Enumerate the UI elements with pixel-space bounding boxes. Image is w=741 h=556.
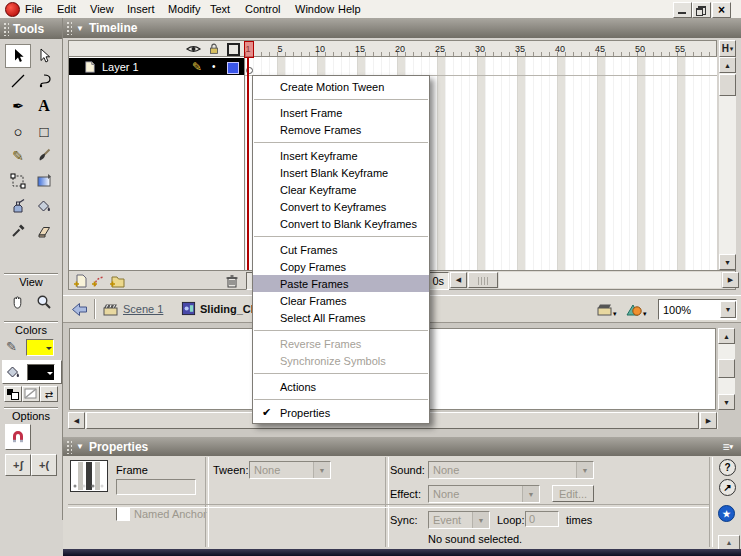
frame-view-menu-button[interactable]: H ▾: [719, 40, 736, 57]
no-color-button[interactable]: [22, 386, 40, 402]
scroll-up-button[interactable]: ▲: [718, 328, 735, 344]
menu-item-insert-keyframe[interactable]: Insert Keyframe: [253, 147, 429, 164]
menu-text[interactable]: Text: [210, 3, 230, 15]
free-transform-tool-button[interactable]: [5, 169, 31, 193]
zoom-dropdown-button[interactable]: ▼: [720, 301, 736, 318]
menu-control[interactable]: Control: [245, 3, 280, 15]
hscroll-thumb[interactable]: [468, 272, 498, 288]
menu-item-properties[interactable]: ✔ Properties: [253, 404, 429, 421]
menu-view[interactable]: View: [90, 3, 114, 15]
layer-visible-dot[interactable]: •: [212, 61, 216, 72]
accessibility-button[interactable]: ★: [718, 505, 735, 522]
menu-window[interactable]: Window: [295, 3, 334, 15]
layer-name[interactable]: Layer 1: [102, 61, 192, 73]
hscroll-right-button[interactable]: ▶: [700, 412, 717, 429]
brush-tool-button[interactable]: [31, 144, 57, 168]
menu-item-clear-keyframe[interactable]: Clear Keyframe: [253, 181, 429, 198]
hand-tool-button[interactable]: [5, 290, 31, 314]
frame-name-input[interactable]: [116, 479, 196, 495]
combo-arrow-icon[interactable]: ▼: [522, 486, 539, 502]
tools-panel-header[interactable]: Tools: [0, 18, 62, 39]
edit-sound-button[interactable]: Edit...: [552, 485, 594, 502]
menu-item-select-all-frames[interactable]: Select All Frames: [253, 309, 429, 326]
sync-select[interactable]: Event ▼: [428, 511, 490, 529]
combo-arrow-icon[interactable]: ▼: [472, 512, 489, 528]
menu-item-actions[interactable]: Actions: [253, 378, 429, 395]
close-button[interactable]: ×: [712, 2, 731, 18]
lasso-tool-button[interactable]: [31, 69, 57, 93]
line-tool-button[interactable]: [5, 69, 31, 93]
menu-item-insert-blank-keyframe[interactable]: Insert Blank Keyframe: [253, 164, 429, 181]
timeline-panel-header[interactable]: ▼ Timeline: [63, 18, 741, 38]
scroll-up-button[interactable]: ▲: [719, 57, 736, 73]
menu-item-convert-to-keyframes[interactable]: Convert to Keyframes: [253, 198, 429, 215]
menu-insert[interactable]: Insert: [127, 3, 155, 15]
menu-item-create-motion-tween[interactable]: Create Motion Tween: [253, 78, 429, 95]
swap-colors-button[interactable]: ⇄: [40, 386, 58, 402]
menu-item-cut-frames[interactable]: Cut Frames: [253, 241, 429, 258]
fill-transform-tool-button[interactable]: [31, 169, 57, 193]
eyedropper-tool-button[interactable]: [5, 219, 31, 243]
launch-panel-button[interactable]: ↗: [719, 479, 736, 496]
lock-layers-icon[interactable]: [207, 42, 221, 56]
paint-bucket-tool-button[interactable]: [31, 194, 57, 218]
timeline-ruler[interactable]: 1 5 10 15 20 25 30 35 40 45 50 55: [244, 40, 717, 57]
smooth-button[interactable]: +ʃ: [5, 454, 31, 476]
rectangle-tool-button[interactable]: □: [31, 119, 57, 143]
insert-layer-button[interactable]: [73, 273, 89, 289]
zoom-tool-button[interactable]: [31, 290, 57, 314]
fill-color-row[interactable]: [2, 360, 62, 384]
restore-button[interactable]: [692, 2, 711, 18]
add-motion-guide-button[interactable]: [91, 273, 107, 289]
zoom-control[interactable]: 100% ▼: [658, 299, 737, 320]
scroll-down-button[interactable]: ▼: [718, 394, 735, 410]
menu-item-clear-frames[interactable]: Clear Frames: [253, 292, 429, 309]
menu-file[interactable]: File: [25, 3, 43, 15]
menu-modify[interactable]: Modify: [168, 3, 200, 15]
menu-item-remove-frames[interactable]: Remove Frames: [253, 121, 429, 138]
sound-select[interactable]: None ▼: [428, 461, 594, 479]
snap-to-objects-button[interactable]: [5, 424, 31, 450]
edit-symbols-button[interactable]: ▾: [625, 300, 651, 319]
stage-vscrollbar[interactable]: ▲ ▼: [718, 328, 735, 410]
delete-layer-button[interactable]: [224, 273, 240, 289]
hscroll-right-button[interactable]: ▶: [722, 272, 739, 288]
hscroll-track[interactable]: [499, 272, 721, 288]
tween-select[interactable]: None ▼: [249, 461, 331, 479]
menu-item-copy-frames[interactable]: Copy Frames: [253, 258, 429, 275]
properties-panel-header[interactable]: ▼ Properties ≡ ▾: [63, 437, 741, 456]
menu-item-convert-to-blank-keyframes[interactable]: Convert to Blank Keyframes: [253, 215, 429, 232]
straighten-button[interactable]: +(: [31, 454, 57, 476]
back-arrow-button[interactable]: [71, 302, 88, 317]
oval-tool-button[interactable]: ○: [5, 119, 31, 143]
scroll-down-button[interactable]: ▼: [719, 254, 736, 270]
hscroll-left-button[interactable]: ◀: [450, 272, 467, 288]
insert-layer-folder-button[interactable]: [109, 273, 126, 289]
menu-help[interactable]: Help: [338, 3, 361, 15]
hscroll-left-button[interactable]: ◀: [68, 412, 85, 429]
scene-breadcrumb-link[interactable]: Scene 1: [123, 303, 163, 315]
edit-scene-button[interactable]: ▾: [597, 301, 621, 318]
vscroll-thumb[interactable]: [719, 74, 736, 96]
minimize-button[interactable]: [673, 2, 692, 18]
pen-tool-button[interactable]: ✒: [5, 94, 31, 118]
collapse-triangle-icon[interactable]: ▼: [76, 24, 84, 33]
pencil-tool-button[interactable]: ✎: [5, 144, 31, 168]
layer-outline-swatch[interactable]: [227, 62, 239, 74]
menu-item-paste-frames[interactable]: Paste Frames: [253, 275, 429, 292]
subselection-tool-button[interactable]: [31, 44, 57, 68]
default-colors-button[interactable]: [4, 386, 22, 402]
playhead-marker[interactable]: [244, 41, 254, 58]
vscroll-thumb[interactable]: [718, 359, 735, 378]
text-tool-button[interactable]: A: [31, 94, 57, 118]
ink-bottle-tool-button[interactable]: [5, 194, 31, 218]
layer-row-layer1[interactable]: Layer 1 ✎ • •: [69, 58, 245, 75]
combo-arrow-icon[interactable]: ▼: [576, 462, 593, 478]
collapse-panel-button[interactable]: ▲: [718, 535, 740, 550]
eraser-tool-button[interactable]: [31, 219, 57, 243]
arrow-tool-button[interactable]: [5, 44, 31, 68]
combo-arrow-icon[interactable]: ▼: [313, 462, 330, 478]
help-button[interactable]: ?: [719, 459, 736, 476]
menu-item-insert-frame[interactable]: Insert Frame: [253, 104, 429, 121]
timeline-vscrollbar[interactable]: ▲ ▼: [719, 57, 736, 270]
